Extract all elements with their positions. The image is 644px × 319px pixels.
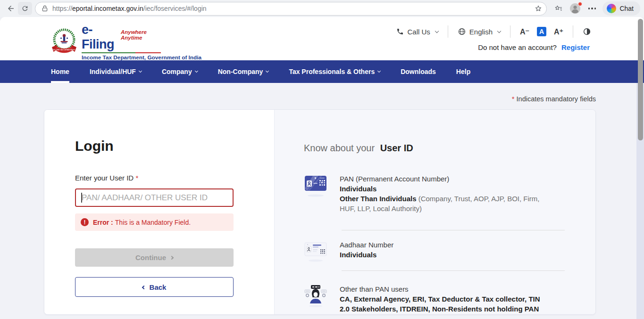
efiling-logo[interactable]: INCOME TAX DEPARTMENT e-Filing Anywhere … xyxy=(50,23,161,61)
notification-dot xyxy=(578,2,582,6)
divider xyxy=(342,270,565,271)
nav-item-non-company[interactable]: Non-Company xyxy=(218,60,269,83)
font-size-controls: A⁻ A A⁺ xyxy=(520,27,563,36)
scrollbar-thumb[interactable] xyxy=(638,19,643,140)
favorite-star-icon[interactable] xyxy=(534,4,543,13)
chevron-down-icon xyxy=(435,29,439,33)
globe-icon xyxy=(458,27,466,36)
browser-window: https://eportal.incometax.gov.in/iec/fos… xyxy=(0,0,644,319)
error-text: Error :This is a Mandatory Field. xyxy=(93,219,191,226)
favorites-hub-button[interactable] xyxy=(552,2,566,15)
browser-back-button[interactable] xyxy=(4,2,18,15)
address-bar[interactable]: https://eportal.incometax.gov.in/iec/fos… xyxy=(35,2,547,16)
logo-divider xyxy=(82,52,161,53)
site-info-lock-icon[interactable] xyxy=(41,5,49,12)
copilot-chat-button[interactable]: Chat xyxy=(602,1,640,16)
aadhaar-card-icon xyxy=(304,240,327,265)
web-page: INCOME TAX DEPARTMENT e-Filing Anywhere … xyxy=(0,17,644,319)
error-message-box: ! Error :This is a Mandatory Field. xyxy=(75,213,234,231)
font-default-button[interactable]: A xyxy=(537,27,546,36)
nav-item-individual-huf[interactable]: Individual/HUF xyxy=(90,60,142,83)
divider xyxy=(342,230,565,230)
font-decrease-button[interactable]: A⁻ xyxy=(520,27,529,36)
income-tax-emblem-icon: INCOME TAX DEPARTMENT xyxy=(50,27,78,57)
chevron-down-icon xyxy=(139,69,142,73)
nav-item-help[interactable]: Help xyxy=(456,60,470,83)
mandatory-fields-note: * Indicates mandatory fields xyxy=(512,95,596,103)
divider xyxy=(510,25,510,38)
refresh-icon xyxy=(21,5,29,12)
divider xyxy=(573,25,573,38)
main-navbar: Home Individual/HUF Company Non-Company … xyxy=(0,60,644,83)
site-header: INCOME TAX DEPARTMENT e-Filing Anywhere … xyxy=(0,17,644,60)
know-item-aadhaar: Aadhaar Number Individuals xyxy=(304,240,556,265)
know-item-text: Aadhaar Number Individuals xyxy=(340,240,556,260)
chevron-down-icon xyxy=(497,29,501,33)
know-item-other-users: Other than PAN users CA, External Agency… xyxy=(304,284,556,314)
chevron-down-icon xyxy=(195,69,198,73)
login-panel: Login Enter your User ID * ! Error :This… xyxy=(44,110,275,314)
profile-avatar[interactable] xyxy=(569,3,581,14)
know-item-pan: PAN (Permanent Account Number) Individua… xyxy=(304,174,556,213)
know-item-text: PAN (Permanent Account Number) Individua… xyxy=(340,174,556,213)
browser-refresh-button[interactable] xyxy=(18,2,32,15)
divider xyxy=(448,25,448,38)
call-us-label: Call Us xyxy=(407,28,430,36)
efiling-tagline: Anywhere Anytime xyxy=(121,29,161,41)
contrast-toggle[interactable] xyxy=(583,27,591,36)
contrast-icon xyxy=(583,27,591,36)
continue-button[interactable]: Continue xyxy=(75,248,234,267)
account-row: Do not have an account? Register xyxy=(478,43,590,51)
svg-text:INCOME TAX DEPARTMENT: INCOME TAX DEPARTMENT xyxy=(53,49,75,50)
efiling-title: e-Filing xyxy=(82,23,117,52)
browser-toolbar: https://eportal.incometax.gov.in/iec/fos… xyxy=(0,0,644,17)
efiling-subtitle: Income Tax Department, Government of Ind… xyxy=(82,54,161,61)
more-options-button[interactable] xyxy=(585,8,600,9)
copilot-icon xyxy=(607,4,616,13)
error-icon: ! xyxy=(81,218,89,226)
language-menu[interactable]: English xyxy=(458,27,501,36)
know-item-text: Other than PAN users CA, External Agency… xyxy=(340,284,556,314)
phone-icon xyxy=(396,28,404,35)
nav-item-downloads[interactable]: Downloads xyxy=(401,60,436,83)
account-prompt: Do not have an account? xyxy=(478,43,557,51)
font-increase-button[interactable]: A⁺ xyxy=(554,27,563,36)
favorites-list-icon xyxy=(554,4,563,13)
chevron-down-icon xyxy=(266,69,269,73)
url-text: https://eportal.incometax.gov.in/iec/fos… xyxy=(52,5,534,12)
other-users-icon xyxy=(304,284,327,310)
user-id-label: Enter your User ID * xyxy=(75,174,138,182)
chevron-right-icon xyxy=(170,256,174,260)
page-title: Login xyxy=(75,138,114,154)
pan-card-icon xyxy=(304,174,327,200)
know-heading: Know about your User ID xyxy=(304,143,413,154)
chat-label: Chat xyxy=(619,5,634,12)
chevron-left-icon xyxy=(142,285,145,289)
user-id-input[interactable] xyxy=(75,188,234,207)
page-body: * Indicates mandatory fields Login Enter… xyxy=(0,83,644,319)
nav-item-tax-professionals[interactable]: Tax Professionals & Others xyxy=(289,60,380,83)
back-arrow-icon xyxy=(7,4,15,13)
text-caret xyxy=(81,193,82,203)
know-user-id-panel: Know about your User ID xyxy=(274,110,595,314)
call-us-menu[interactable]: Call Us xyxy=(396,28,438,36)
chevron-down-icon xyxy=(377,69,381,73)
nav-item-company[interactable]: Company xyxy=(162,60,198,83)
back-button[interactable]: Back xyxy=(75,277,234,297)
language-label: English xyxy=(469,28,493,36)
header-controls: Call Us English A⁻ A A⁺ xyxy=(396,25,591,38)
login-card: Login Enter your User ID * ! Error :This… xyxy=(44,109,596,315)
register-link[interactable]: Register xyxy=(561,43,590,51)
nav-item-home[interactable]: Home xyxy=(51,60,69,83)
